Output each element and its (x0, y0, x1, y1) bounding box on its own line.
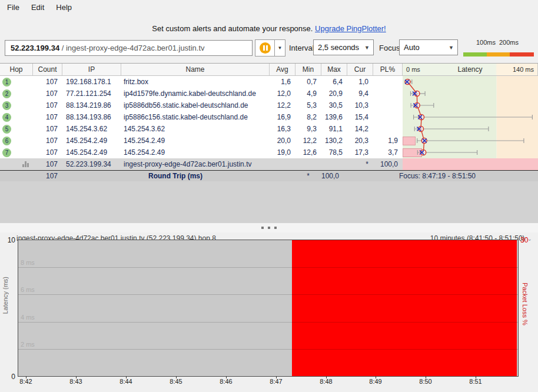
splitter-handle[interactable] (0, 223, 538, 232)
gridline-label: 8 ms (21, 259, 35, 266)
menu-bar: File Edit Help (0, 0, 538, 14)
cell-cur: 1,0 (347, 76, 373, 88)
chevron-down-icon: ▼ (364, 40, 370, 56)
hop-latency-chart[interactable] (403, 76, 538, 170)
column-header-pl[interactable]: PL% (373, 64, 403, 75)
cell-max: 20,9 (321, 88, 347, 99)
cell-max: 6,4 (321, 76, 347, 88)
table-header-row: HopCountIPNameAvgMinMaxCurPL% 0 ms Laten… (0, 64, 538, 76)
cell-name: ip4d1579fe.dynamic.kabel-deutschland.de (121, 88, 270, 99)
cell-min: 4,9 (295, 88, 321, 99)
cell-count: 107 (33, 99, 62, 111)
column-header-ip[interactable]: IP (62, 64, 121, 75)
cell-hop: 4 (0, 111, 33, 123)
focus-range-text: Focus: 8:47:19 - 8:51:50 (344, 171, 479, 181)
column-header-count[interactable]: Count (33, 64, 62, 75)
target-ip: 52.223.199.34 (11, 44, 59, 52)
trace-options-dropdown-button[interactable]: ▼ (275, 39, 285, 57)
latency-max-label: 140 ms (513, 64, 534, 75)
focus-select[interactable]: Auto ▼ (399, 39, 458, 55)
right-axis-max-label: 30 (520, 236, 528, 244)
hop-number-badge: 5 (2, 125, 11, 134)
cell-name: ip5886db56.static.kabel-deutschland.de (121, 99, 270, 111)
cell-max (321, 158, 347, 170)
cell-hop: 3 (0, 99, 33, 111)
column-header-min[interactable]: Min (295, 64, 321, 75)
cell-count: 107 (33, 76, 62, 88)
interval-value: 2,5 seconds (318, 43, 359, 52)
cell-hop: 2 (0, 88, 33, 99)
x-tick-label: 8:43 (63, 378, 89, 385)
cell-count: 107 (33, 147, 62, 158)
cell-cur: 17,3 (347, 147, 373, 158)
upgrade-banner: Set custom alerts and automate your resp… (0, 14, 538, 36)
grip-dot-icon (274, 227, 277, 229)
gridline-label: 6 ms (21, 286, 35, 293)
cell-avg: 1,6 (270, 76, 295, 88)
cell-ip: 88.134.219.86 (62, 99, 121, 111)
pause-button[interactable] (255, 39, 275, 57)
interval-select[interactable]: 2,5 seconds ▼ (313, 39, 374, 55)
round-trip-row[interactable]: 107 Round Trip (ms) * 100,0 Focus: 8:47:… (0, 170, 538, 182)
cell-min: 8,2 (295, 111, 321, 123)
x-tick-label: 8:42 (13, 378, 39, 385)
cell-avg: 16,9 (270, 111, 295, 123)
latency-column-header[interactable]: 0 ms Latency 140 ms (403, 64, 538, 75)
legend-label-200ms: 200ms (499, 39, 519, 46)
column-header-hop[interactable]: Hop (0, 64, 33, 75)
menu-edit[interactable]: Edit (25, 1, 50, 14)
cell-count: 107 (33, 171, 62, 181)
cell-hop: 1 (0, 76, 33, 88)
cell-count: 107 (33, 88, 62, 99)
cell-cur: 14,2 (347, 123, 373, 135)
gridline (18, 322, 518, 323)
column-header-cur[interactable]: Cur (347, 64, 373, 75)
latency-axis-label: Latency (ms) (2, 277, 9, 314)
cell-name: 145.254.3.62 (121, 123, 270, 135)
cell-pl (373, 123, 403, 135)
target-address-field[interactable]: 52.223.199.34 / ingest-proxy-edge-4d72ac… (5, 40, 253, 56)
cell-hop: 7 (0, 147, 33, 158)
empty-panel (0, 181, 538, 223)
legend-warn-segment (487, 52, 510, 57)
packet-loss-axis-label: Packet Loss % (522, 283, 529, 325)
cell-ip: 52.223.199.34 (62, 158, 121, 170)
cell-cur: * (288, 171, 314, 181)
round-trip-label: Round Trip (ms) (62, 171, 288, 181)
cell-pl: 1,9 (373, 135, 403, 147)
y-axis-max-label: 10 (1, 236, 15, 244)
column-header-name[interactable]: Name (121, 64, 270, 75)
hop-number-badge: 6 (2, 137, 11, 145)
x-tick-label: 8:49 (363, 378, 388, 385)
cell-ip: 192.168.178.1 (62, 76, 121, 88)
cell-min: 0,7 (295, 76, 321, 88)
cell-pl: 100,0 (314, 171, 344, 181)
cell-max: 139,6 (321, 111, 347, 123)
interval-label: Interval (289, 44, 314, 52)
gridline-label: 4 ms (21, 314, 35, 321)
cell-pl (373, 111, 403, 123)
chevron-down-icon: ▼ (278, 45, 283, 51)
toolbar: 52.223.199.34 / ingest-proxy-edge-4d72ac… (0, 36, 538, 63)
column-header-avg[interactable]: Avg (270, 64, 295, 75)
legend-good-segment (463, 52, 487, 57)
cell-hop: 5 (0, 123, 33, 135)
cell-avg: 12,2 (270, 99, 295, 111)
cell-cur: 10,3 (347, 99, 373, 111)
cell-min: 9,3 (295, 123, 321, 135)
menu-file[interactable]: File (1, 1, 25, 14)
cell-ip: 145.254.2.49 (62, 135, 121, 147)
column-header-max[interactable]: Max (321, 64, 347, 75)
cell-name: 145.254.2.49 (121, 135, 270, 147)
cell-hop (0, 158, 33, 170)
cell-ip: 88.134.193.86 (62, 111, 121, 123)
upgrade-link[interactable]: Upgrade PingPlotter! (315, 24, 386, 33)
x-tick-label: 8:44 (113, 378, 139, 385)
cell-count: 107 (33, 135, 62, 147)
cell-max: 130,2 (321, 135, 347, 147)
cell-cur: * (347, 158, 373, 170)
menu-help[interactable]: Help (50, 1, 78, 14)
x-tick-label: 8:47 (263, 378, 289, 385)
grip-dot-icon (268, 227, 270, 229)
timeline-plot[interactable]: 8 ms6 ms4 ms2 ms (18, 240, 519, 377)
